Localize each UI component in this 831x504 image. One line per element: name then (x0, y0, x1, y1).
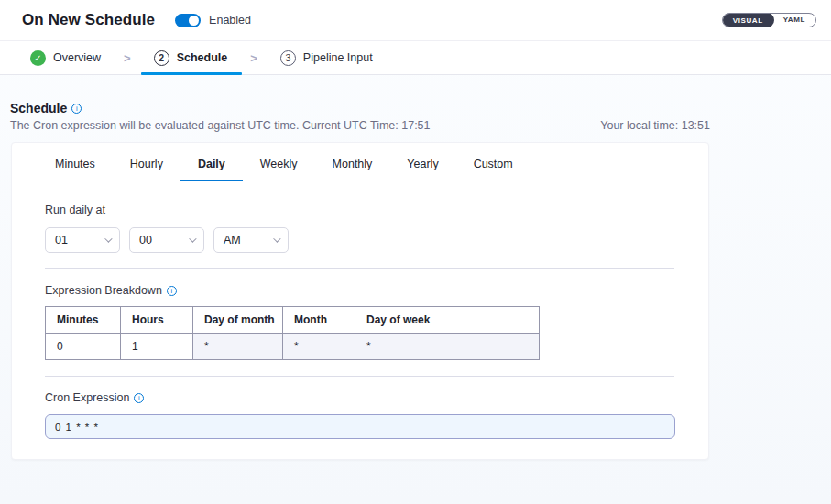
expression-breakdown-table: Minutes Hours Day of month Month Day of … (45, 306, 540, 360)
col-day-of-month: Day of month (193, 307, 283, 334)
hour-select[interactable]: 01 (45, 227, 120, 253)
minute-select-value: 00 (139, 234, 152, 247)
local-time-text: Your local time: 13:51 (600, 119, 710, 132)
chevron-down-icon (189, 235, 196, 242)
expression-breakdown-label: Expression Breakdown (45, 284, 162, 297)
tab-monthly[interactable]: Monthly (315, 151, 390, 181)
value-minutes: 0 (46, 334, 121, 360)
info-icon[interactable]: i (167, 286, 177, 296)
table-value-row: 0 1 * * * (46, 334, 540, 360)
col-month: Month (283, 307, 355, 334)
hour-select-value: 01 (55, 234, 68, 247)
divider (45, 376, 674, 377)
ampm-select[interactable]: AM (213, 227, 289, 253)
step-overview-label: Overview (53, 51, 101, 64)
value-day-of-month: * (193, 334, 283, 360)
step-schedule-label: Schedule (177, 51, 228, 64)
visual-yaml-toggle: VISUAL YAML (722, 13, 816, 27)
info-icon[interactable]: i (134, 393, 144, 403)
col-hours: Hours (121, 307, 193, 334)
page-title: On New Schedule (22, 11, 155, 29)
visual-button[interactable]: VISUAL (722, 13, 774, 27)
step-number-badge: 3 (280, 50, 296, 66)
cron-expression-label: Cron Expression (45, 391, 129, 404)
schedule-section-head: Schedule i The Cron expression will be e… (10, 101, 710, 132)
enabled-label: Enabled (209, 14, 251, 27)
ampm-select-value: AM (224, 234, 241, 247)
active-step-underline (141, 72, 243, 75)
app-header: On New Schedule Enabled VISUAL YAML (0, 0, 831, 41)
tab-minutes[interactable]: Minutes (38, 151, 113, 181)
tab-yearly[interactable]: Yearly (389, 151, 455, 181)
frequency-tabs: Minutes Hourly Daily Weekly Monthly Year… (12, 143, 708, 181)
divider (45, 268, 674, 269)
step-pipeline-input[interactable]: 3 Pipeline Input (280, 41, 373, 74)
tab-weekly[interactable]: Weekly (243, 151, 315, 181)
yaml-button[interactable]: YAML (773, 13, 815, 27)
info-icon[interactable]: i (71, 104, 82, 114)
utc-time-text: The Cron expression will be evaluated ag… (10, 119, 431, 132)
schedule-heading: Schedule (10, 101, 67, 115)
enable-toggle-group: Enabled (175, 14, 251, 27)
schedule-card: Minutes Hourly Daily Weekly Monthly Year… (11, 142, 709, 460)
step-pipeline-input-label: Pipeline Input (303, 51, 373, 64)
value-month: * (283, 334, 355, 360)
chevron-down-icon (104, 235, 112, 242)
daily-panel: Run daily at 01 00 AM Expression Breakdo… (45, 203, 674, 439)
tab-daily[interactable]: Daily (180, 151, 243, 181)
wizard-stepper: ✓ Overview > 2 Schedule > 3 Pipeline Inp… (0, 41, 831, 75)
tab-custom[interactable]: Custom (456, 151, 530, 181)
check-icon: ✓ (30, 50, 46, 66)
minute-select[interactable]: 00 (129, 227, 204, 253)
value-hours: 1 (121, 334, 193, 360)
time-selects: 01 00 AM (45, 227, 674, 253)
cron-expression-input[interactable] (45, 414, 675, 439)
value-day-of-week: * (355, 334, 540, 360)
enabled-toggle[interactable] (175, 14, 201, 27)
chevron-right-icon: > (250, 41, 257, 74)
col-day-of-week: Day of week (355, 307, 540, 334)
step-number-badge: 2 (154, 50, 169, 66)
tab-hourly[interactable]: Hourly (113, 151, 180, 181)
run-daily-at-label: Run daily at (45, 203, 674, 216)
step-schedule[interactable]: 2 Schedule (154, 41, 228, 74)
col-minutes: Minutes (46, 307, 121, 334)
main-content: Schedule i The Cron expression will be e… (0, 75, 831, 460)
table-header-row: Minutes Hours Day of month Month Day of … (46, 307, 540, 334)
chevron-down-icon (273, 235, 280, 242)
toggle-knob (189, 16, 199, 26)
chevron-right-icon: > (124, 41, 131, 74)
step-overview[interactable]: ✓ Overview (30, 41, 101, 74)
